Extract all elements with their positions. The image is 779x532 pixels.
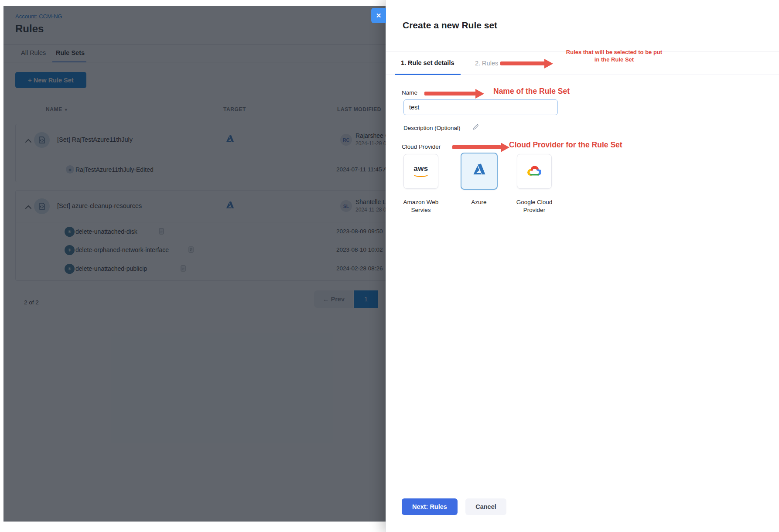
next-rules-button[interactable]: Next: Rules (402, 498, 458, 515)
gcp-icon (525, 164, 543, 180)
annotation-name: Name of the Rule Set (493, 87, 570, 96)
annotation-arrow (452, 145, 501, 149)
provider-card-azure-selected[interactable] (461, 153, 498, 190)
provider-label-aws: Amazon Web Servies (395, 198, 447, 214)
annotation-cloud-provider: Cloud Provider for the Rule Set (509, 140, 622, 150)
cancel-button[interactable]: Cancel (465, 498, 506, 515)
step-rules[interactable]: 2. Rules (469, 51, 504, 75)
pencil-icon[interactable] (472, 124, 479, 132)
description-label: Description (Optional) (403, 125, 461, 131)
cloud-provider-label: Cloud Provider (402, 143, 441, 150)
rule-set-name-input[interactable] (403, 99, 558, 115)
close-icon[interactable]: ✕ (371, 8, 386, 23)
provider-label-gcp: Google Cloud Provider (508, 198, 560, 214)
provider-card-gcp[interactable] (517, 154, 552, 189)
azure-icon (472, 163, 487, 179)
step-rule-set-details[interactable]: 1. Rule set details (395, 51, 461, 75)
name-label: Name (402, 89, 417, 96)
annotation-arrow (500, 61, 545, 65)
annotation-rules-step: Rules that will be selected to be put in… (560, 48, 669, 63)
create-rule-set-drawer: ✕ Create a new Rule set 1. Rule set deta… (386, 0, 779, 532)
annotation-arrow (424, 92, 476, 95)
drawer-title: Create a new Rule set (403, 20, 497, 31)
provider-label-azure: Azure (453, 198, 505, 206)
provider-card-aws[interactable]: aws (403, 154, 438, 189)
aws-icon: aws (413, 166, 429, 177)
